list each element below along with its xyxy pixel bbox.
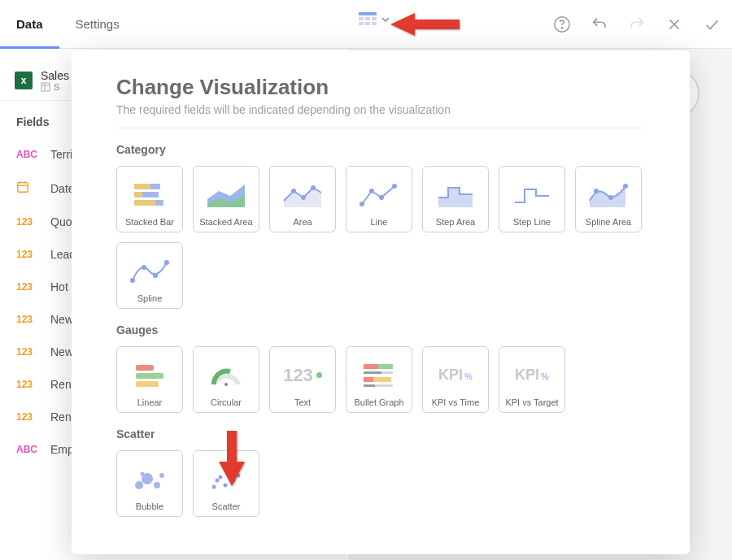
field-type-badge: 123 <box>16 379 41 390</box>
help-button[interactable] <box>550 12 574 37</box>
field-type-badge: ABC <box>16 149 41 160</box>
viz-option-label: KPI vs Time <box>432 397 480 407</box>
svg-rect-20 <box>134 192 142 198</box>
svg-point-60 <box>237 473 241 477</box>
viz-option-text[interactable]: 123Text <box>269 346 336 413</box>
svg-rect-43 <box>378 364 393 369</box>
svg-point-56 <box>219 475 223 479</box>
section-gauges-title: Gauges <box>116 323 645 336</box>
viz-option-area[interactable]: Area <box>269 166 336 232</box>
svg-rect-40 <box>136 381 159 387</box>
field-type-badge: ABC <box>16 444 41 455</box>
svg-rect-23 <box>155 200 163 206</box>
viz-option-kpi-vs-time[interactable]: KPI%KPI vs Time <box>422 346 489 413</box>
viz-glyph-icon <box>120 250 179 293</box>
undo-button[interactable] <box>587 12 612 37</box>
viz-option-label: Area <box>293 217 312 227</box>
datasource-sheet: S <box>41 82 69 92</box>
confirm-button[interactable] <box>699 12 724 37</box>
viz-option-stacked-bar[interactable]: Stacked Bar <box>116 166 183 232</box>
tab-settings[interactable]: Settings <box>59 0 136 49</box>
viz-glyph-icon <box>197 354 255 397</box>
svg-point-37 <box>164 260 169 265</box>
svg-rect-22 <box>134 200 155 206</box>
viz-glyph-icon <box>273 173 332 217</box>
svg-point-32 <box>608 195 613 200</box>
visualization-dropdown-trigger[interactable] <box>358 11 390 28</box>
svg-point-41 <box>224 383 228 386</box>
field-type-badge: 123 <box>16 249 41 260</box>
viz-option-label: Circular <box>211 397 242 407</box>
svg-point-57 <box>224 483 228 487</box>
scatter-row: BubbleScatter <box>116 450 645 517</box>
viz-option-stacked-area[interactable]: Stacked Area <box>193 166 259 232</box>
field-type-badge: 123 <box>16 281 41 293</box>
viz-option-linear[interactable]: Linear <box>116 346 183 413</box>
svg-rect-45 <box>364 371 381 374</box>
field-type-badge: 123 <box>16 314 41 325</box>
excel-icon: x <box>15 72 33 89</box>
svg-rect-49 <box>364 384 375 387</box>
viz-glyph-icon <box>350 354 408 397</box>
svg-point-61 <box>216 478 220 482</box>
tab-strip: Data Settings <box>0 0 136 48</box>
svg-rect-3 <box>372 17 377 20</box>
viz-option-label: Spline <box>137 293 163 303</box>
popover-subtitle: The required fields will be indicated de… <box>116 103 645 128</box>
redo-button[interactable] <box>625 12 649 37</box>
viz-option-bullet-graph[interactable]: Bullet Graph <box>346 346 412 413</box>
viz-glyph-icon <box>197 173 255 217</box>
section-category-title: Category <box>116 143 645 156</box>
svg-rect-2 <box>365 17 370 20</box>
viz-glyph-icon: KPI% <box>503 354 561 397</box>
viz-option-label: Scatter <box>212 501 241 511</box>
viz-glyph-icon <box>426 173 485 217</box>
svg-point-50 <box>135 481 143 489</box>
viz-option-step-line[interactable]: Step Line <box>499 166 565 232</box>
svg-rect-39 <box>136 373 163 379</box>
datasource-name: Sales <box>41 69 69 82</box>
viz-option-label: Linear <box>137 397 163 407</box>
viz-glyph-icon <box>350 173 408 217</box>
viz-option-label: Stacked Bar <box>125 217 174 227</box>
tab-data[interactable]: Data <box>0 0 59 49</box>
viz-option-label: Line <box>371 217 388 227</box>
viz-option-step-area[interactable]: Step Area <box>422 166 489 232</box>
field-type-badge: 123 <box>16 411 41 423</box>
viz-glyph-icon <box>197 458 255 501</box>
svg-point-29 <box>379 195 384 200</box>
top-bar: Data Settings <box>0 0 732 49</box>
svg-point-54 <box>141 471 145 475</box>
svg-point-35 <box>142 265 146 270</box>
viz-option-circular[interactable]: Circular <box>193 346 259 413</box>
svg-rect-14 <box>18 183 28 193</box>
viz-option-line[interactable]: Line <box>346 166 412 232</box>
viz-option-label: Stacked Area <box>199 217 252 227</box>
viz-option-kpi-vs-target[interactable]: KPI%KPI vs Target <box>499 346 565 413</box>
svg-point-53 <box>159 473 164 478</box>
viz-glyph-icon <box>503 173 561 217</box>
svg-point-55 <box>212 484 216 488</box>
svg-point-28 <box>369 189 374 193</box>
svg-point-58 <box>227 470 231 474</box>
category-row: Stacked BarStacked AreaAreaLineStep Area… <box>116 166 645 309</box>
viz-option-spline-area[interactable]: Spline Area <box>575 166 642 232</box>
viz-option-spline[interactable]: Spline <box>116 242 183 309</box>
viz-option-label: Bubble <box>136 501 163 511</box>
viz-option-bubble[interactable]: Bubble <box>116 450 183 517</box>
svg-point-30 <box>392 184 397 189</box>
section-scatter-title: Scatter <box>116 428 645 441</box>
svg-rect-6 <box>372 22 377 25</box>
close-button[interactable] <box>662 12 686 37</box>
viz-option-scatter[interactable]: Scatter <box>193 450 259 517</box>
field-type-badge: 123 <box>16 346 41 358</box>
viz-glyph-icon <box>120 354 179 397</box>
svg-rect-5 <box>365 22 370 25</box>
svg-rect-46 <box>364 377 373 382</box>
svg-rect-38 <box>136 365 154 371</box>
field-type-badge: 123 <box>16 216 41 228</box>
grid-chart-icon <box>358 11 377 28</box>
svg-rect-4 <box>359 22 364 25</box>
gauges-row: LinearCircular123TextBullet GraphKPI%KPI… <box>116 346 645 413</box>
svg-rect-11 <box>41 83 50 91</box>
